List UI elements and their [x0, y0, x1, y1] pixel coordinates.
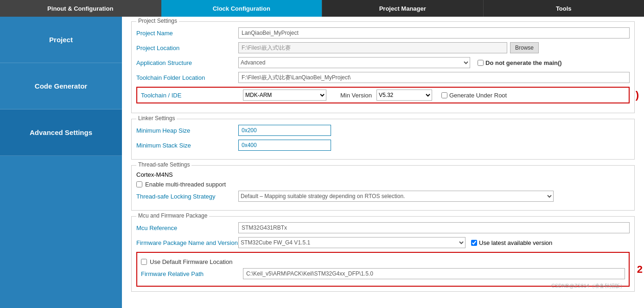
- project-name-row: Project Name: [136, 27, 630, 38]
- min-version-label: Min Version: [340, 92, 372, 99]
- app-structure-label: Application Structure: [136, 59, 238, 66]
- sidebar-item-code-generator[interactable]: Code Generator: [0, 63, 122, 109]
- thread-safe-section: Thread-safe Settings Cortex-M4NS Enable …: [131, 165, 635, 211]
- use-latest-checkbox[interactable]: [471, 240, 477, 246]
- watermark: CSDNB@ZS814（准备秋招版）: [551, 282, 625, 289]
- firmware-pkg-row: Firmware Package Name and Version STM32C…: [136, 237, 630, 248]
- app-structure-row: Application Structure Advanced Do not ge…: [136, 57, 630, 68]
- toolchain-folder-row: Toolchain Folder Location: [136, 72, 630, 83]
- project-name-input[interactable]: [238, 27, 630, 38]
- sidebar-item-project[interactable]: Project: [0, 17, 122, 63]
- min-heap-label: Minimum Heap Size: [136, 127, 238, 134]
- enable-multi-thread-label: Enable multi-threaded support: [145, 181, 226, 188]
- mcu-reference-label: Mcu Reference: [136, 225, 238, 231]
- mcu-reference-input[interactable]: [238, 222, 630, 233]
- annotation-1: ): [636, 89, 639, 101]
- mcu-firmware-title: Mcu and Firmware Package: [136, 212, 209, 219]
- nav-clock[interactable]: Clock Configuration: [161, 0, 323, 17]
- thread-safe-title: Thread-safe Settings: [136, 161, 191, 168]
- mcu-reference-row: Mcu Reference: [136, 222, 630, 233]
- min-heap-row: Minimum Heap Size: [136, 125, 630, 136]
- do-not-generate-checkbox-row: Do not generate the main(): [478, 59, 562, 66]
- nav-tools[interactable]: Tools: [484, 0, 644, 17]
- firmware-default-container: Use Default Firmware Location Firmware R…: [136, 252, 630, 287]
- project-settings-section: Project Settings Project Name Project Lo…: [131, 21, 635, 113]
- firmware-pkg-label: Firmware Package Name and Version: [136, 239, 238, 246]
- nav-pinout[interactable]: Pinout & Configuration: [0, 0, 161, 17]
- use-default-firmware-checkbox[interactable]: [141, 259, 147, 265]
- top-navigation: Pinout & Configuration Clock Configurati…: [0, 0, 644, 17]
- do-not-generate-checkbox[interactable]: [478, 60, 484, 66]
- toolchain-ide-row: Toolchain / IDE MDK-ARM Min Version V5.3…: [136, 87, 630, 103]
- project-location-input[interactable]: [238, 42, 507, 53]
- toolchain-ide-select[interactable]: MDK-ARM: [243, 90, 326, 101]
- firmware-relative-input[interactable]: [243, 268, 625, 279]
- thread-safe-strategy-label: Thread-safe Locking Strategy: [136, 193, 238, 200]
- use-default-firmware-label: Use Default Firmware Location: [150, 258, 232, 265]
- generate-under-root-checkbox[interactable]: [441, 92, 447, 98]
- project-name-label: Project Name: [136, 30, 238, 37]
- enable-multi-thread-checkbox[interactable]: [136, 181, 142, 187]
- linker-settings-title: Linker Settings: [136, 115, 177, 122]
- min-heap-input[interactable]: [238, 125, 331, 136]
- enable-multi-thread-row: Enable multi-threaded support: [136, 181, 630, 188]
- use-default-firmware-row: Use Default Firmware Location: [141, 258, 625, 265]
- toolchain-folder-input[interactable]: [238, 72, 630, 83]
- project-location-row: Project Location Browse: [136, 42, 630, 53]
- use-latest-row: Use latest available version: [471, 239, 552, 246]
- browse-button[interactable]: Browse: [510, 42, 539, 53]
- linker-settings-section: Linker Settings Minimum Heap Size Minimu…: [131, 119, 635, 160]
- nav-project-manager[interactable]: Project Manager: [322, 0, 484, 17]
- do-not-generate-label: Do not generate the main(): [485, 59, 562, 66]
- generate-under-root-label: Generate Under Root: [449, 92, 507, 99]
- firmware-pkg-select[interactable]: STM32Cube FW_G4 V1.5.1: [238, 237, 465, 248]
- min-stack-row: Minimum Stack Size: [136, 140, 630, 151]
- firmware-relative-label: Firmware Relative Path: [141, 270, 243, 277]
- min-stack-input[interactable]: [238, 140, 331, 151]
- use-latest-label: Use latest available version: [479, 239, 552, 246]
- project-location-label: Project Location: [136, 45, 238, 51]
- cortex-label-row: Cortex-M4NS: [136, 171, 630, 178]
- sidebar-item-advanced-settings[interactable]: Advanced Settings: [0, 109, 122, 156]
- firmware-relative-row: Firmware Relative Path: [141, 268, 625, 279]
- app-structure-select[interactable]: Advanced: [238, 57, 470, 68]
- min-stack-label: Minimum Stack Size: [136, 142, 238, 149]
- thread-safe-strategy-row: Thread-safe Locking Strategy Default – M…: [136, 191, 630, 202]
- main-layout: Project Code Generator Advanced Settings…: [0, 17, 644, 308]
- mcu-firmware-section: Mcu and Firmware Package Mcu Reference F…: [131, 216, 635, 292]
- generate-under-root-row: Generate Under Root: [441, 92, 507, 99]
- toolchain-ide-label: Toolchain / IDE: [141, 92, 243, 99]
- cortex-label: Cortex-M4NS: [136, 171, 173, 178]
- min-version-select[interactable]: V5.32: [376, 90, 432, 101]
- thread-safe-strategy-select[interactable]: Default – Mapping suitable strategy depe…: [238, 191, 554, 202]
- toolchain-folder-label: Toolchain Folder Location: [136, 74, 238, 81]
- sidebar: Project Code Generator Advanced Settings: [0, 17, 122, 308]
- project-settings-title: Project Settings: [136, 18, 179, 24]
- content-area: Project Settings Project Name Project Lo…: [122, 17, 644, 308]
- annotation-2: 2: [637, 263, 643, 276]
